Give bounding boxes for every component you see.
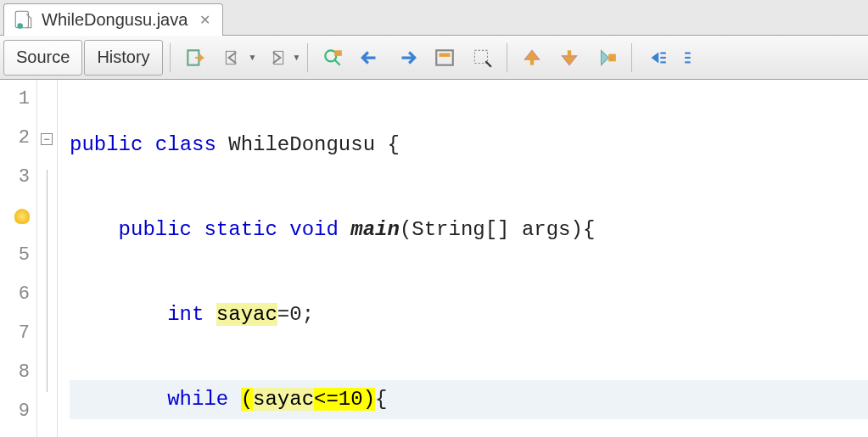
toolbar-separator: [307, 43, 308, 72]
code-line: public static void main(String[] args){: [70, 210, 868, 249]
find-next-icon[interactable]: [389, 40, 425, 76]
svg-rect-17: [686, 56, 692, 58]
code-line: public class WhileDongusu {: [70, 126, 868, 165]
svg-rect-13: [661, 52, 667, 53]
line-number: 5: [0, 236, 30, 275]
svg-rect-6: [335, 50, 343, 56]
tab-close-icon[interactable]: ✕: [199, 12, 210, 28]
java-file-icon: [13, 9, 35, 31]
svg-rect-15: [661, 61, 667, 63]
line-number: 8: [0, 353, 30, 392]
line-number-gutter: 1 2 3 5 6 7 8 9 10: [0, 80, 37, 437]
fold-gutter: −: [37, 80, 58, 437]
svg-rect-7: [437, 50, 454, 64]
last-edit-icon[interactable]: [177, 40, 213, 76]
line-number: 9: [0, 392, 30, 431]
forward-icon[interactable]: [259, 40, 294, 76]
next-bookmark-icon[interactable]: [552, 40, 587, 76]
line-number: 1: [0, 80, 30, 119]
svg-rect-9: [475, 50, 488, 63]
toggle-bookmark-icon[interactable]: [589, 40, 624, 76]
dropdown-icon[interactable]: ▼: [293, 53, 301, 62]
editor-toolbar: Source History ▼ ▼: [0, 36, 868, 80]
svg-rect-12: [609, 53, 617, 61]
toggle-highlight-icon[interactable]: [427, 40, 462, 76]
previous-bookmark-icon[interactable]: [514, 40, 550, 76]
svg-rect-14: [661, 56, 667, 58]
svg-rect-10: [530, 59, 534, 65]
line-number: 6: [0, 275, 30, 314]
find-previous-icon[interactable]: [352, 40, 388, 76]
tab-bar: WhileDongusu.java ✕: [0, 0, 868, 36]
toolbar-separator: [507, 43, 507, 72]
history-button[interactable]: History: [84, 40, 162, 76]
shift-left-icon[interactable]: [639, 40, 675, 76]
code-line-current: while (sayac<=10){: [70, 380, 868, 419]
back-icon[interactable]: [215, 40, 250, 76]
line-number: 3: [0, 158, 30, 197]
svg-rect-11: [568, 50, 571, 56]
hint-bulb-icon[interactable]: [14, 209, 30, 224]
file-tab[interactable]: WhileDongusu.java ✕: [3, 3, 223, 36]
shift-right-icon[interactable]: [676, 40, 712, 76]
svg-rect-18: [686, 61, 692, 63]
fold-collapse-icon[interactable]: −: [41, 133, 53, 145]
find-selection-icon[interactable]: [315, 40, 350, 76]
dropdown-icon[interactable]: ▼: [249, 53, 257, 62]
toggle-rect-selection-icon[interactable]: [464, 40, 500, 76]
tab-filename: WhileDongusu.java: [42, 10, 188, 30]
editor-area: 1 2 3 5 6 7 8 9 10 − public class WhileD…: [0, 80, 868, 437]
line-number: 10: [0, 431, 30, 437]
line-number-hint: [0, 197, 30, 236]
line-number: 7: [0, 314, 30, 353]
svg-point-1: [17, 23, 23, 29]
line-number: 2: [0, 119, 30, 158]
toolbar-separator: [631, 43, 632, 72]
source-button[interactable]: Source: [3, 40, 82, 76]
code-area[interactable]: public class WhileDongusu { public stati…: [58, 80, 868, 437]
svg-rect-8: [440, 53, 451, 56]
code-line: int sayac=0;: [70, 295, 868, 334]
toolbar-separator: [170, 43, 171, 72]
svg-rect-16: [686, 52, 692, 53]
